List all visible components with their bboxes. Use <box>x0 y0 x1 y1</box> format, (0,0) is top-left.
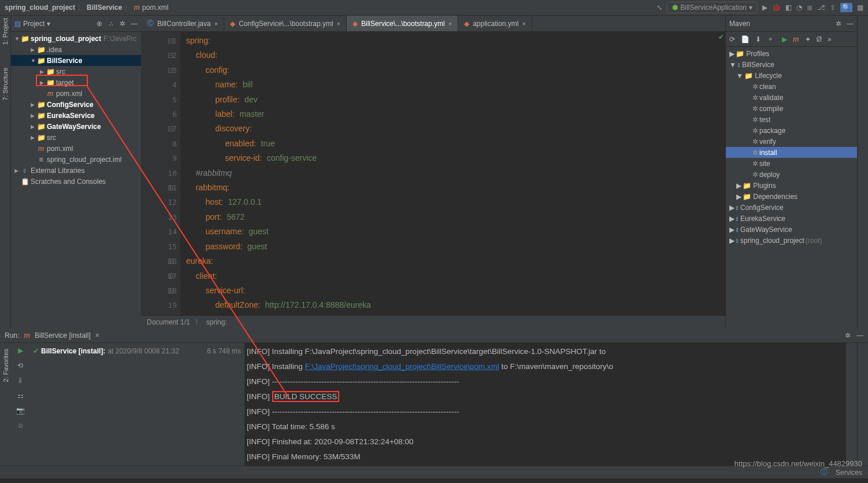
gear-icon[interactable]: ✲ <box>845 331 851 340</box>
maven-goal-validate[interactable]: ✲ validate <box>726 92 857 103</box>
code-area[interactable]: spring: cloud: config: name: bill profil… <box>180 32 725 315</box>
locate-icon[interactable]: ⊕ <box>97 20 102 28</box>
run-tab[interactable]: BillService [install] <box>35 331 91 340</box>
reimport-icon[interactable]: ⟳ <box>729 35 735 43</box>
run-tree-time: at 2020/9/8 0008 21:32 <box>107 347 179 355</box>
pin-icon[interactable]: ⇩ <box>17 377 23 385</box>
hide-icon[interactable]: — <box>131 20 138 28</box>
tab-application.yml[interactable]: ◆application.yml× <box>458 16 532 31</box>
tab-BillController.java[interactable]: ⒸBillController.java× <box>141 16 224 31</box>
maven-goal-clean[interactable]: ✲ clean <box>726 81 857 92</box>
maven-profiles[interactable]: ▶ 📁 Profiles <box>726 48 857 59</box>
tree-item-ConfigService[interactable]: ▶📁ConfigService <box>11 99 141 110</box>
maven-goal-site[interactable]: ✲ site <box>726 158 857 169</box>
update-icon[interactable]: ⇪ <box>830 3 836 12</box>
services-label[interactable]: Services <box>836 469 862 477</box>
toolbar: ⤡ ⬢ BillServiceApplication ▾ ▶ 🐞 ◧ ◔ ◼ ⎇… <box>656 2 863 13</box>
maven-goal-test[interactable]: ✲ test <box>726 114 857 125</box>
tree-item-BillService[interactable]: ▼📁BillService <box>11 55 141 66</box>
hide-icon[interactable]: — <box>856 331 863 340</box>
settings-icon[interactable]: ▦ <box>857 3 863 12</box>
run-icon[interactable]: ▶ <box>782 35 787 43</box>
structure-tab[interactable]: 7: Structure <box>2 68 9 101</box>
tree-item-spring_cloud_project.iml[interactable]: ≡spring_cloud_project.iml <box>11 154 141 165</box>
breadcrumb-file[interactable]: pom.xml <box>142 3 168 12</box>
skip-tests-icon[interactable]: Ø <box>817 35 822 43</box>
tree-item-target[interactable]: ▶📁target <box>11 77 141 88</box>
project-tree[interactable]: ▼📁spring_cloud_projectF:\JavaPrc▶📁.idea▼… <box>11 32 141 328</box>
favorites-tab[interactable]: 2: Favorites <box>2 349 9 382</box>
tree-item-GateWayService[interactable]: ▶📁GateWayService <box>11 121 141 132</box>
code-path[interactable]: spring: <box>206 318 227 326</box>
maven-goal-package[interactable]: ✲ package <box>726 125 857 136</box>
editor[interactable]: 1234567891011121314151617181920 ⊟⊟⊟⊟⊟⊟⊟⊟… <box>141 32 725 315</box>
debug-button[interactable]: 🐞 <box>772 3 781 12</box>
scratches[interactable]: 📋Scratches and Consoles <box>11 176 141 187</box>
expand-icon[interactable]: ⛬ <box>107 20 114 28</box>
maven-m-icon[interactable]: m <box>793 35 799 43</box>
profile-icon[interactable]: ◔ <box>796 3 802 12</box>
chevron-down-icon[interactable]: ▾ <box>47 20 50 28</box>
console[interactable]: [INFO] Installing F:\JavaProject\spring_… <box>244 343 846 466</box>
filter-icon[interactable]: ⚏ <box>17 392 24 400</box>
tree-item-EurekaService[interactable]: ▶📁EurekaService <box>11 110 141 121</box>
maven-goal-verify[interactable]: ✲ verify <box>726 136 857 147</box>
tree-item-src[interactable]: ▶📁src <box>11 132 141 143</box>
stop-icon[interactable]: ⟲ <box>17 362 23 370</box>
doc-counter: Document 1/1 <box>147 318 190 326</box>
close-icon[interactable]: × <box>448 20 452 27</box>
maven-root[interactable]: ▶ ⫾ spring_cloud_project (root) <box>726 235 857 246</box>
run-button[interactable]: ▶ <box>762 3 767 12</box>
camera-icon[interactable]: 📷 <box>16 407 25 415</box>
maven-toolbar: ⟳ 📄 ⬇ ＋ ▶ m ✦ Ø » <box>726 32 857 47</box>
add-icon[interactable]: ＋ <box>767 34 774 44</box>
maven-module-EurekaService[interactable]: ▶ ⫾ EurekaService <box>726 213 857 224</box>
editor-tabs: ⒸBillController.java×◆ConfigService\...\… <box>141 16 725 32</box>
gear-icon[interactable]: ✲ <box>120 20 125 28</box>
expand-icon[interactable]: » <box>828 35 832 43</box>
tree-item-.idea[interactable]: ▶📁.idea <box>11 44 141 55</box>
coverage-icon[interactable]: ◧ <box>785 3 792 12</box>
tree-item-pom.xml[interactable]: mpom.xml <box>11 88 141 99</box>
search-icon[interactable]: 🔍 <box>840 3 852 12</box>
download-icon[interactable]: ⬇ <box>755 35 761 43</box>
run-tree[interactable]: ✔ BillService [install]: at 2020/9/8 000… <box>29 343 244 466</box>
breadcrumb-module[interactable]: BillService <box>87 3 122 12</box>
maven-plugins[interactable]: ▶ 📁 Plugins <box>726 180 857 191</box>
rerun-icon[interactable]: ▶ <box>18 346 23 355</box>
inspections-ok-icon[interactable]: ✔ <box>718 33 724 41</box>
tab-label: application.yml <box>473 20 518 28</box>
maven-deps[interactable]: ▶ 📁 Dependencies <box>726 191 857 202</box>
stop-button[interactable]: ◼ <box>807 3 813 12</box>
tab-label: ConfigService\...\bootstrap.yml <box>239 20 333 28</box>
project-tab[interactable]: 1: Project <box>2 18 9 45</box>
maven-lifecycle[interactable]: ▼ 📁 Lifecycle <box>726 70 857 81</box>
build-icon[interactable]: ⤡ <box>656 3 662 12</box>
close-icon[interactable]: × <box>214 20 218 27</box>
tree-item-pom.xml[interactable]: mpom.xml <box>11 143 141 154</box>
tree-item-src[interactable]: ▶📁src <box>11 66 141 77</box>
run-config-selector[interactable]: ⬢ BillServiceApplication ▾ <box>667 2 758 13</box>
external-libraries[interactable]: ▶⫾External Libraries <box>11 165 141 176</box>
maven-tree[interactable]: ▶ 📁 Profiles▼ ⫾ BillService▼ 📁 Lifecycle… <box>726 47 857 328</box>
gear-icon[interactable]: ✲ <box>836 20 841 28</box>
star-icon[interactable]: ☆ <box>17 422 24 430</box>
maven-bill[interactable]: ▼ ⫾ BillService <box>726 59 857 70</box>
maven-module-ConfigService[interactable]: ▶ ⫾ ConfigService <box>726 202 857 213</box>
tab-ConfigService\...\bootstrap.yml[interactable]: ◆ConfigService\...\bootstrap.yml× <box>224 16 347 31</box>
maven-goal-compile[interactable]: ✲ compile <box>726 103 857 114</box>
git-icon[interactable]: ⎇ <box>817 3 825 12</box>
hide-icon[interactable]: — <box>847 20 854 28</box>
close-icon[interactable]: × <box>95 331 99 340</box>
tree-root[interactable]: ▼📁spring_cloud_projectF:\JavaPrc <box>11 33 141 44</box>
close-icon[interactable]: × <box>522 20 526 27</box>
toggle-icon[interactable]: ✦ <box>805 35 811 43</box>
tab-BillService\...\bootstrap.yml[interactable]: ◆BillService\...\bootstrap.yml× <box>347 16 458 31</box>
close-icon[interactable]: × <box>337 20 340 27</box>
generate-icon[interactable]: 📄 <box>741 35 750 43</box>
console-scrollbar[interactable] <box>846 343 857 466</box>
maven-module-GateWayService[interactable]: ▶ ⫾ GateWayService <box>726 224 857 235</box>
maven-goal-install[interactable]: ✲ install <box>726 147 857 158</box>
maven-goal-deploy[interactable]: ✲ deploy <box>726 169 857 180</box>
breadcrumb-root[interactable]: spring_cloud_project <box>5 3 75 12</box>
